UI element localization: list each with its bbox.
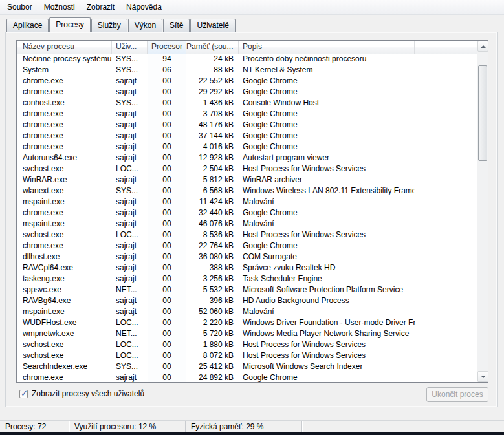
menu-item-soubor[interactable]: Soubor [1,1,38,14]
menu-item-napoveda[interactable]: Nápověda [120,1,168,14]
table-row[interactable]: SystemSYS...0688 kBNT Kernel & System [17,65,477,76]
tab-procesy[interactable]: Procesy [49,17,90,32]
table-row[interactable]: SearchIndexer.exeSYS...0025 412 kBMicros… [17,361,477,372]
cell-memory: 2 220 kB [186,317,239,328]
cell-filler [415,207,477,218]
table-row[interactable]: chrome.exesajrajt003 708 kBGoogle Chrome [17,109,477,120]
scrollbar-thumb[interactable] [478,65,487,161]
cell-cpu: 00 [148,131,186,142]
menu-item-moznosti[interactable]: Možnosti [38,1,81,14]
table-row[interactable]: chrome.exesajrajt0024 892 kBGoogle Chrom… [17,372,477,382]
cell-memory: 3 256 kB [186,273,239,284]
scroll-up-arrow-icon [481,45,486,48]
table-row[interactable]: svchost.exeLOC...002 504 kBHost Process … [17,164,477,175]
table-row[interactable]: chrome.exesajrajt0048 176 kBGoogle Chrom… [17,120,477,131]
table-row[interactable]: dllhost.exesajrajt0036 080 kBCOM Surroga… [17,251,477,262]
cell-process-name: mspaint.exe [17,196,112,207]
table-row[interactable]: svchost.exeLOC...008 072 kBHost Process … [17,350,477,361]
end-process-button[interactable]: Ukončit proces [426,387,488,402]
cell-user: sajrajt [112,262,148,273]
tab-sluzby[interactable]: Služby [91,19,127,32]
cell-filler [415,218,477,229]
cell-filler [415,87,477,98]
cell-description: Windows Media Player Network Sharing Ser… [239,328,415,339]
table-row[interactable]: chrome.exesajrajt0022 552 kBGoogle Chrom… [17,76,477,87]
cell-process-name: chrome.exe [17,120,112,131]
table-row[interactable]: svchost.exeLOC...008 536 kBHost Process … [17,229,477,240]
table-row[interactable]: RAVBg64.exesajrajt00396 kBHD Audio Backg… [17,295,477,306]
cell-filler [415,76,477,87]
cell-user: SYS... [112,186,148,196]
tab-vykon[interactable]: Výkon [128,19,162,32]
scroll-down-button[interactable] [477,371,488,382]
cell-memory: 4 016 kB [186,142,239,153]
cell-description: Malování [239,196,415,207]
table-row[interactable]: Nečinné procesy systémuSYS...9424 kBProc… [17,54,477,65]
cell-process-name: taskeng.exe [17,273,112,284]
table-row[interactable]: taskeng.exesajrajt003 256 kBTask Schedul… [17,273,477,284]
checkmark-icon: ✓ [21,388,28,398]
cell-cpu: 00 [148,153,186,164]
table-row[interactable]: wlanext.exeSYS...006 568 kBWindows Wirel… [17,186,477,196]
table-row[interactable]: mspaint.exesajrajt0011 424 kBMalování [17,196,477,207]
cell-process-name: conhost.exe [17,98,112,109]
table-row[interactable]: RAVCpl64.exesajrajt00388 kBSprávce zvuku… [17,262,477,273]
column-header-process-name[interactable]: Název procesu [17,41,112,54]
process-table-body: Nečinné procesy systémuSYS...9424 kBProc… [17,54,477,382]
scroll-up-button[interactable] [477,41,488,52]
cell-filler [415,186,477,196]
table-row[interactable]: mspaint.exesajrajt0052 060 kBMalování [17,306,477,317]
table-row[interactable]: chrome.exesajrajt0037 144 kBGoogle Chrom… [17,131,477,142]
table-row[interactable]: chrome.exesajrajt0032 440 kBGoogle Chrom… [17,207,477,218]
cell-filler [415,328,477,339]
cell-cpu: 00 [148,350,186,361]
column-header-user[interactable]: Uživ... [112,41,148,54]
table-row[interactable]: sppsvc.exeNET...005 532 kBMicrosoft Soft… [17,284,477,295]
cell-cpu: 00 [148,372,186,382]
cell-memory: 24 kB [186,54,239,65]
cell-cpu: 00 [148,229,186,240]
cell-description: Windows Driver Foundation - User-mode Dr… [239,317,415,328]
column-header-description[interactable]: Popis [239,41,415,54]
tab-site[interactable]: Sítě [163,19,190,32]
show-all-users-checkbox[interactable]: ✓ [19,390,28,398]
cell-filler [415,306,477,317]
cell-filler [415,98,477,109]
status-cpu-usage: Využití procesoru: 12 % [69,421,186,432]
tab-aplikace[interactable]: Aplikace [6,19,49,32]
table-row[interactable]: Autoruns64.exesajrajt0012 928 kBAutostar… [17,153,477,164]
table-row[interactable]: svchost.exeLOC...001 880 kBHost Process … [17,339,477,350]
cell-description: Google Chrome [239,120,415,131]
cell-memory: 48 176 kB [186,120,239,131]
cell-user: sajrajt [112,306,148,317]
cell-memory: 32 440 kB [186,207,239,218]
show-all-users-label: Zobrazit procesy všech uživatelů [32,389,144,398]
menu-item-zobrazit[interactable]: Zobrazit [81,1,120,14]
table-row[interactable]: WUDFHost.exeLOC...002 220 kBWindows Driv… [17,317,477,328]
cell-process-name: mspaint.exe [17,218,112,229]
table-row[interactable]: mspaint.exesajrajt0046 076 kBMalování [17,218,477,229]
table-row[interactable]: chrome.exesajrajt0029 292 kBGoogle Chrom… [17,87,477,98]
cell-filler [415,131,477,142]
cell-filler [415,65,477,76]
cell-cpu: 00 [148,164,186,175]
cell-user: SYS... [112,98,148,109]
table-row[interactable]: WinRAR.exesajrajt005 812 kBWinRAR archiv… [17,175,477,186]
vertical-scrollbar[interactable] [477,41,488,382]
cell-memory: 6 568 kB [186,186,239,196]
tab-uzivatele[interactable]: Uživatelé [190,19,235,32]
cell-filler [415,361,477,372]
table-row[interactable]: wmpnetwk.exeNET...005 720 kBWindows Medi… [17,328,477,339]
cell-user: sajrajt [112,240,148,251]
table-row[interactable]: chrome.exesajrajt004 016 kBGoogle Chrome [17,142,477,153]
table-row[interactable]: conhost.exeSYS...001 436 kBConsole Windo… [17,98,477,109]
cell-user: SYS... [112,361,148,372]
column-header-cpu[interactable]: Procesor [148,41,186,54]
cell-process-name: chrome.exe [17,207,112,218]
cell-filler [415,339,477,350]
cell-memory: 25 412 kB [186,361,239,372]
scroll-down-arrow-icon [481,376,486,378]
table-row[interactable]: chrome.exesajrajt0022 764 kBGoogle Chrom… [17,240,477,251]
column-header-memory[interactable]: Paměť (sou... [186,41,239,54]
cell-memory: 5 532 kB [186,284,239,295]
